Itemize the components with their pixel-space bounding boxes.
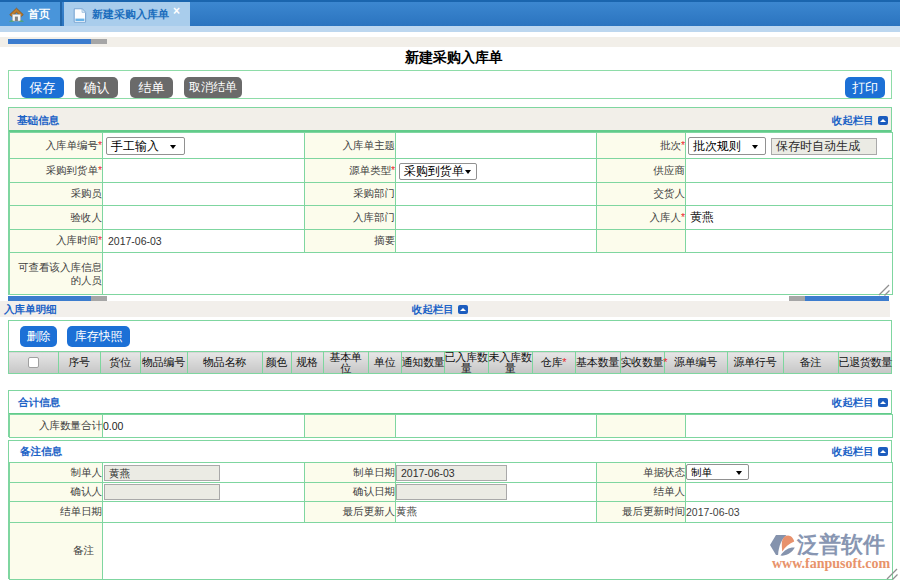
svg-text:泛普软件: 泛普软件 — [796, 532, 885, 557]
svg-text:www.fanpusoft.com: www.fanpusoft.com — [772, 556, 891, 571]
